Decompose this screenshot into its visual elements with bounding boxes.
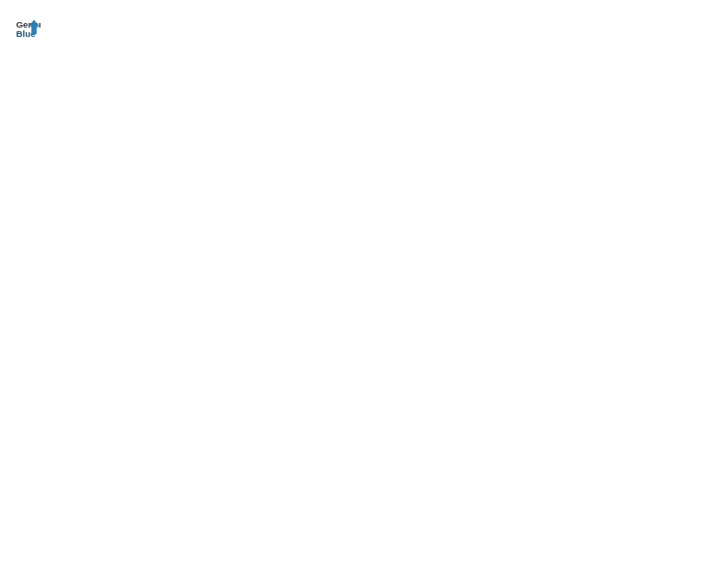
page-header: General Blue [15,15,713,40]
logo-icon: General Blue [15,15,40,40]
logo: General Blue [15,15,44,40]
